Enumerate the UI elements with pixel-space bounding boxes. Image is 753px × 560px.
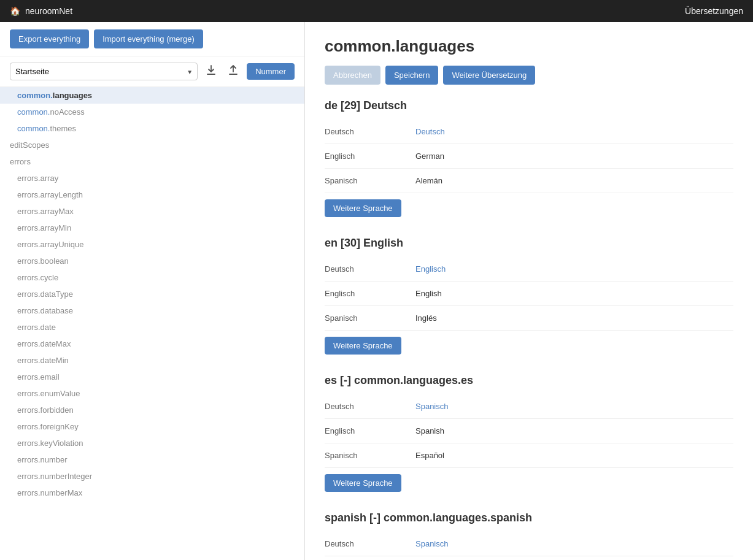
row-label-spanish-0: Deutsch [325,533,411,554]
action-bar: Abbrechen Speichern Weitere Übersetzung [325,66,733,85]
translation-section-es: es [-] common.languages.esDeutschSpanisc… [325,374,733,494]
sidebar-item-errors.cycle[interactable]: errors.cycle [0,269,304,286]
translation-row-es-0: DeutschSpanisch [325,394,733,419]
sidebar-item-errors.database[interactable]: errors.database [0,302,304,319]
sidebar-item-errors.arrayLength[interactable]: errors.arrayLength [0,186,304,203]
translation-section-spanish: spanish [-] common.languages.spanishDeut… [325,512,733,560]
sidebar-item-errors.forbidden[interactable]: errors.forbidden [0,402,304,418]
startseite-select[interactable]: Startseite [10,63,198,80]
main-layout: Export everything Import everything (mer… [0,22,753,560]
section-title-de: de [29] Deutsch [325,99,733,112]
sidebar-item-common.languages[interactable]: common.languages [0,87,304,104]
row-label-de-2: Spanisch [325,170,411,191]
row-label-spanish-1: Englisch [325,558,411,560]
main-content: common.languages Abbrechen Speichern Wei… [305,22,753,560]
sidebar-item-errors.date[interactable]: errors.date [0,319,304,336]
translation-row-es-1: EnglischSpanish [325,419,733,443]
row-label-es-1: Englisch [325,420,411,442]
weitere-sprache-button-de[interactable]: Weitere Sprache [325,199,401,217]
row-value-en-0: Englisch [411,258,733,280]
navbar-title: Übersetzungen [685,6,743,16]
sidebar-item-errors.numberInteger[interactable]: errors.numberInteger [0,468,304,485]
navbar-brand: 🏠 neuroomNet [10,6,72,16]
nummer-button[interactable]: Nummer [247,63,295,80]
row-value-es-2: Español [411,445,733,466]
page-title: common.languages [325,37,733,56]
sidebar-item-errors.arrayUnique[interactable]: errors.arrayUnique [0,236,304,253]
weitere-sprache-button-en[interactable]: Weitere Sprache [325,337,401,355]
sidebar-item-common.themes[interactable]: common.themes [0,120,304,137]
sidebar-item-errors.dateMax[interactable]: errors.dateMax [0,336,304,352]
sidebar: Export everything Import everything (mer… [0,22,305,560]
translation-row-de-1: EnglischGerman [325,144,733,169]
sidebar-toolbar-row2: Startseite ▼ Nummer [0,56,304,87]
row-label-es-2: Spanisch [325,445,411,466]
app-name: neuroomNet [25,6,72,16]
sections-container: de [29] DeutschDeutschDeutschEnglischGer… [325,99,733,560]
sidebar-item-errors.dateMin[interactable]: errors.dateMin [0,352,304,369]
sidebar-list: common.languagescommon.noAccesscommon.th… [0,87,304,560]
row-label-de-1: Englisch [325,145,411,167]
highlight-prefix: common. [17,91,53,100]
row-value-de-2: Alemán [411,170,733,191]
sidebar-item-errors.email[interactable]: errors.email [0,369,304,385]
translation-row-de-2: SpanischAlemán [325,169,733,193]
upload-icon [227,64,239,76]
translation-section-de: de [29] DeutschDeutschDeutschEnglischGer… [325,99,733,220]
translation-row-spanish-0: DeutschSpanisch [325,532,733,556]
row-value-de-0: Deutsch [411,121,733,142]
sidebar-item-errors.arrayMax[interactable]: errors.arrayMax [0,203,304,220]
translation-row-en-0: DeutschEnglisch [325,257,733,282]
sidebar-item-errors.arrayMin[interactable]: errors.arrayMin [0,220,304,236]
row-label-en-1: Englisch [325,283,411,304]
download-icon [205,64,217,76]
translation-row-es-2: SpanischEspañol [325,443,733,468]
save-button[interactable]: Speichern [385,66,439,85]
row-value-spanish-1: Spanish [411,558,733,560]
startseite-select-wrapper: Startseite ▼ [10,63,198,80]
row-label-de-0: Deutsch [325,121,411,142]
sidebar-item-errors.number[interactable]: errors.number [0,451,304,468]
row-label-es-0: Deutsch [325,396,411,417]
section-title-spanish: spanish [-] common.languages.spanish [325,512,733,524]
row-value-en-1: English [411,283,733,304]
import-everything-button[interactable]: Import everything (merge) [94,29,203,48]
download-icon-button[interactable] [203,61,220,82]
row-label-en-2: Spanisch [325,307,411,329]
sidebar-item-errors.boolean[interactable]: errors.boolean [0,253,304,269]
sidebar-toolbar: Export everything Import everything (mer… [0,22,304,56]
weitere-sprache-button-es[interactable]: Weitere Sprache [325,474,401,492]
sidebar-item-errors.enumValue[interactable]: errors.enumValue [0,385,304,402]
translation-section-en: en [30] EnglishDeutschEnglischEnglischEn… [325,237,733,357]
upload-icon-button[interactable] [225,61,242,82]
translation-row-spanish-1: EnglischSpanish [325,556,733,560]
cancel-button[interactable]: Abbrechen [325,66,380,85]
row-value-de-1: German [411,145,733,167]
row-value-es-0: Spanisch [411,396,733,417]
row-value-spanish-0: Spanisch [411,533,733,554]
section-title-es: es [-] common.languages.es [325,374,733,387]
sidebar-item-editScopes[interactable]: editScopes [0,137,304,153]
sidebar-item-errors.numberMax[interactable]: errors.numberMax [0,485,304,501]
translation-row-de-0: DeutschDeutsch [325,120,733,144]
sidebar-item-common.noAccess[interactable]: common.noAccess [0,104,304,120]
sidebar-item-errors.dataType[interactable]: errors.dataType [0,286,304,302]
translation-row-en-2: SpanischInglés [325,306,733,331]
item-text: common.noAccess [17,107,85,117]
translation-row-en-1: EnglischEnglish [325,282,733,306]
highlight-prefix: common. [17,124,50,133]
export-everything-button[interactable]: Export everything [10,29,89,48]
highlight-prefix: common. [17,107,50,117]
row-label-en-0: Deutsch [325,258,411,280]
weitere-ubersetzung-button[interactable]: Weitere Übersetzung [443,66,535,85]
navbar: 🏠 neuroomNet Übersetzungen [0,0,753,22]
row-value-en-2: Inglés [411,307,733,329]
sidebar-item-errors[interactable]: errors [0,153,304,170]
item-text: common.themes [17,124,76,133]
sidebar-item-errors.array[interactable]: errors.array [0,170,304,186]
sidebar-item-errors.keyViolation[interactable]: errors.keyViolation [0,435,304,451]
row-value-es-1: Spanish [411,420,733,442]
sidebar-item-errors.foreignKey[interactable]: errors.foreignKey [0,418,304,435]
home-icon: 🏠 [10,6,20,16]
section-title-en: en [30] English [325,237,733,250]
